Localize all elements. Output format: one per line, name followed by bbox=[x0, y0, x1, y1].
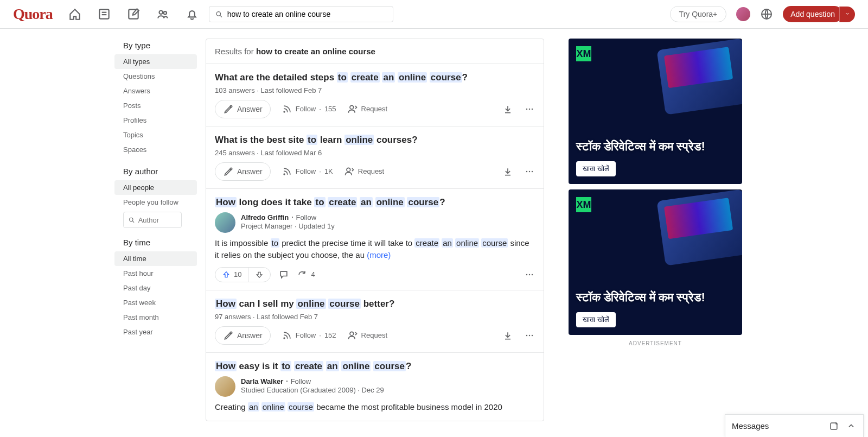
request-icon bbox=[347, 330, 358, 341]
chevron-down-icon bbox=[844, 10, 851, 17]
downvote-icon[interactable] bbox=[502, 330, 513, 341]
facet-item-all-types[interactable]: All types bbox=[114, 54, 197, 69]
spaces-icon[interactable] bbox=[156, 7, 170, 21]
search-results: Results for how to create an online cour… bbox=[206, 39, 544, 421]
logo[interactable]: Quora bbox=[13, 5, 53, 23]
pen-icon bbox=[223, 330, 234, 341]
right-sidebar: ⓘ ✕ XM स्टॉक डेरिवेटिव्स में कम स्प्रेड!… bbox=[553, 39, 758, 421]
ad-cta[interactable]: खाता खोलें bbox=[576, 161, 616, 176]
request-answer[interactable]: Request bbox=[347, 330, 387, 341]
answer-body: Creating an online course became the mos… bbox=[215, 401, 535, 414]
result-card: What are the detailed steps to create an… bbox=[206, 64, 544, 126]
add-question-button[interactable]: Add question bbox=[783, 6, 843, 22]
advertisement-label: ADVERTISEMENT bbox=[553, 340, 758, 346]
facet-item-past-day[interactable]: Past day bbox=[114, 281, 197, 295]
result-actions: Answer Follow · 1K Request bbox=[215, 162, 535, 181]
answer-button[interactable]: Answer bbox=[215, 326, 271, 345]
question-title[interactable]: How long does it take to create an onlin… bbox=[215, 197, 535, 209]
result-card: How easy is it to create an online cours… bbox=[206, 353, 544, 421]
facet-by-type: By type All types Questions Answers Post… bbox=[114, 41, 197, 157]
upvote-button[interactable]: 10 bbox=[215, 268, 248, 282]
result-meta: 245 answers · Last followed Mar 6 bbox=[215, 149, 535, 157]
chevron-up-icon[interactable] bbox=[846, 421, 857, 432]
facet-item-answers[interactable]: Answers bbox=[114, 84, 197, 98]
question-title[interactable]: What are the detailed steps to create an… bbox=[215, 72, 535, 84]
advertisement[interactable]: ⓘ ✕ XM स्टॉक डेरिवेटिव्स में कम स्प्रेड!… bbox=[569, 189, 742, 335]
more-icon[interactable] bbox=[524, 166, 535, 177]
facet-item-people-you-follow[interactable]: People you follow bbox=[114, 195, 197, 210]
author-follow[interactable]: Follow bbox=[296, 213, 316, 221]
ad-headline: स्टॉक डेरिवेटिव्स में कम स्प्रेड! bbox=[576, 140, 705, 154]
author-search-input[interactable] bbox=[138, 216, 177, 224]
pen-icon bbox=[223, 166, 234, 177]
header: Quora Try Quora+ Add question bbox=[0, 0, 868, 29]
facet-item-questions[interactable]: Questions bbox=[114, 69, 197, 84]
facet-item-spaces[interactable]: Spaces bbox=[114, 142, 197, 157]
home-icon[interactable] bbox=[68, 7, 82, 21]
more-icon[interactable] bbox=[524, 269, 535, 280]
share-button[interactable]: 4 bbox=[297, 269, 315, 280]
follow-question[interactable]: Follow · 1K bbox=[282, 166, 333, 177]
notifications-icon[interactable] bbox=[185, 7, 199, 21]
downvote-icon[interactable] bbox=[502, 104, 513, 115]
facet-item-all-people[interactable]: All people bbox=[114, 180, 197, 195]
downvote-icon[interactable] bbox=[502, 166, 513, 177]
ad-cta[interactable]: खाता खोलें bbox=[576, 312, 616, 327]
answer-button[interactable]: Answer bbox=[215, 162, 271, 181]
author-subline: Studied Education (Graduated 2009) · Dec… bbox=[241, 386, 384, 394]
author-avatar[interactable] bbox=[215, 376, 235, 397]
facet-item-past-week[interactable]: Past week bbox=[114, 295, 197, 310]
results-header: Results for how to create an online cour… bbox=[206, 39, 544, 64]
facet-item-all-time[interactable]: All time bbox=[114, 251, 197, 266]
more-icon[interactable] bbox=[524, 104, 535, 115]
answer-author: Darla Walker · Follow Studied Education … bbox=[215, 376, 535, 397]
author-follow[interactable]: Follow bbox=[291, 377, 311, 385]
author-subline: Project Manager · Updated 1y bbox=[241, 222, 335, 230]
new-message-icon[interactable] bbox=[828, 421, 839, 432]
question-title[interactable]: What is the best site to learn online co… bbox=[215, 134, 535, 147]
add-question-group: Add question bbox=[783, 6, 855, 22]
facet-item-profiles[interactable]: Profiles bbox=[114, 113, 197, 128]
messages-bar[interactable]: Messages bbox=[725, 414, 864, 437]
question-title[interactable]: How easy is it to create an online cours… bbox=[215, 360, 535, 373]
facet-item-past-year[interactable]: Past year bbox=[114, 325, 197, 339]
upvote-icon bbox=[222, 270, 231, 279]
messages-label: Messages bbox=[732, 421, 769, 430]
facet-item-past-hour[interactable]: Past hour bbox=[114, 266, 197, 281]
downvote-button[interactable] bbox=[248, 268, 270, 282]
nav-icons bbox=[68, 7, 199, 21]
search-box[interactable] bbox=[209, 6, 393, 22]
request-icon bbox=[344, 166, 355, 177]
author-search[interactable] bbox=[123, 212, 182, 228]
answer-icon[interactable] bbox=[126, 7, 141, 21]
advertisement[interactable]: ⓘ ✕ XM स्टॉक डेरिवेटिव्स में कम स्प्रेड!… bbox=[569, 39, 742, 184]
author-name[interactable]: Alfredo Griffin bbox=[241, 213, 289, 221]
more-icon[interactable] bbox=[524, 330, 535, 341]
comment-icon[interactable] bbox=[278, 269, 289, 280]
answer-button[interactable]: Answer bbox=[215, 100, 271, 118]
ad-hero-image bbox=[656, 39, 742, 115]
author-avatar[interactable] bbox=[215, 212, 235, 233]
result-actions: Answer Follow · 152 Request bbox=[215, 326, 535, 345]
question-title[interactable]: How can I sell my online course better? bbox=[215, 298, 535, 311]
follow-question[interactable]: Follow · 152 bbox=[282, 330, 336, 341]
more-link[interactable]: (more) bbox=[367, 250, 391, 259]
following-feed-icon[interactable] bbox=[97, 7, 111, 21]
avatar[interactable] bbox=[736, 7, 750, 21]
facet-title: By type bbox=[123, 41, 197, 50]
follow-question[interactable]: Follow · 155 bbox=[282, 104, 336, 115]
search-icon bbox=[128, 216, 135, 224]
search-input[interactable] bbox=[227, 10, 387, 18]
request-answer[interactable]: Request bbox=[347, 104, 387, 115]
facet-item-posts[interactable]: Posts bbox=[114, 98, 197, 113]
filters-sidebar: By type All types Questions Answers Post… bbox=[110, 39, 197, 421]
globe-icon[interactable] bbox=[760, 8, 773, 21]
results-for-label: Results for bbox=[215, 47, 254, 56]
facet-item-past-month[interactable]: Past month bbox=[114, 310, 197, 325]
answer-author: Alfredo Griffin · Follow Project Manager… bbox=[215, 212, 535, 233]
add-question-dropdown[interactable] bbox=[839, 7, 855, 22]
try-quora-plus-button[interactable]: Try Quora+ bbox=[670, 6, 727, 22]
facet-item-topics[interactable]: Topics bbox=[114, 128, 197, 142]
author-name[interactable]: Darla Walker bbox=[241, 377, 283, 385]
request-answer[interactable]: Request bbox=[344, 166, 384, 177]
